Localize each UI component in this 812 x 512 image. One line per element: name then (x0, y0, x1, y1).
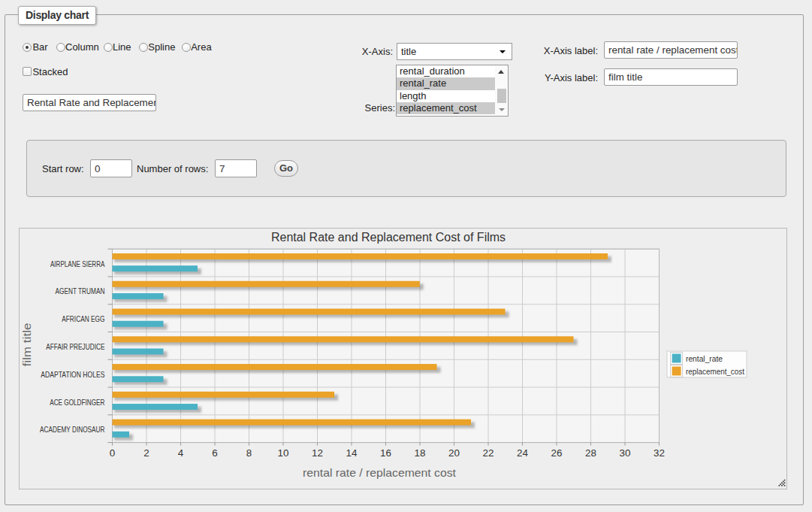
svg-text:30: 30 (620, 447, 631, 459)
svg-text:22: 22 (483, 447, 494, 459)
svg-text:AIRPLANE SIERRA: AIRPLANE SIERRA (50, 260, 105, 268)
svg-text:ACE GOLDFINGER: ACE GOLDFINGER (50, 398, 104, 407)
svg-text:2: 2 (143, 447, 149, 459)
svg-text:26: 26 (551, 447, 563, 459)
svg-text:12: 12 (312, 447, 323, 459)
svg-text:4: 4 (178, 447, 184, 459)
svg-text:20: 20 (448, 447, 460, 459)
svg-text:10: 10 (278, 447, 289, 459)
svg-text:ADAPTATION HOLES: ADAPTATION HOLES (41, 371, 104, 379)
svg-text:24: 24 (517, 447, 528, 459)
svg-text:18: 18 (415, 447, 426, 459)
svg-text:AFRICAN EGG: AFRICAN EGG (62, 315, 104, 323)
svg-text:6: 6 (212, 447, 217, 459)
svg-text:replacement_cost: replacement_cost (686, 367, 745, 376)
svg-text:film title: film title (21, 323, 33, 367)
svg-text:rental rate / replacement cost: rental rate / replacement cost (303, 466, 457, 479)
svg-text:rental_rate: rental_rate (686, 354, 723, 363)
svg-text:16: 16 (380, 447, 391, 459)
svg-text:AGENT TRUMAN: AGENT TRUMAN (56, 287, 105, 295)
svg-text:28: 28 (585, 447, 596, 459)
svg-text:ACADEMY DINOSAUR: ACADEMY DINOSAUR (40, 426, 104, 434)
svg-text:Rental Rate and Replacement Co: Rental Rate and Replacement Cost of Film… (271, 231, 506, 244)
svg-text:AFFAIR PREJUDICE: AFFAIR PREJUDICE (46, 343, 104, 351)
svg-text:0: 0 (110, 447, 115, 459)
svg-text:8: 8 (246, 447, 252, 459)
svg-text:14: 14 (346, 447, 358, 459)
svg-text:32: 32 (654, 447, 665, 459)
